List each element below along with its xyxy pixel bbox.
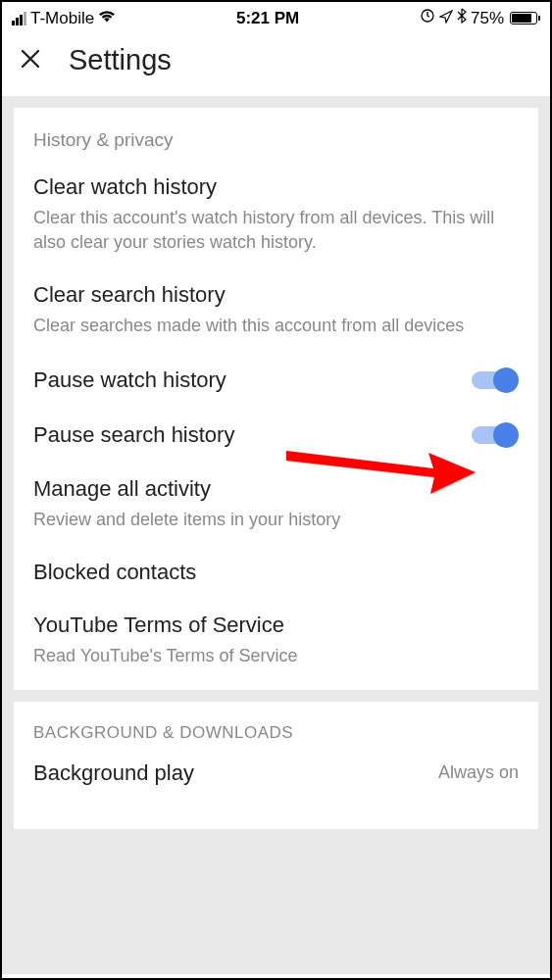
battery-icon <box>508 12 540 24</box>
background-play-item[interactable]: Background play Always on <box>33 760 519 786</box>
item-title: Clear search history <box>33 282 519 308</box>
pause-search-history-item: Pause search history <box>33 421 519 449</box>
orientation-lock-icon <box>420 8 435 28</box>
item-desc: Clear this account's watch history from … <box>33 206 519 255</box>
item-desc: Clear searches made with this account fr… <box>33 314 519 338</box>
clear-watch-history-item[interactable]: Clear watch history Clear this account's… <box>33 174 519 255</box>
blocked-contacts-item[interactable]: Blocked contacts <box>33 560 519 585</box>
pause-watch-history-toggle[interactable] <box>472 367 519 394</box>
bluetooth-icon <box>457 8 467 28</box>
item-title: Pause search history <box>33 422 234 448</box>
item-value: Always on <box>438 762 519 783</box>
status-right: 75% <box>420 8 540 28</box>
content-area: History & privacy Clear watch history Cl… <box>2 96 550 974</box>
status-time: 5:21 PM <box>236 9 299 28</box>
pause-search-history-toggle[interactable] <box>472 421 519 449</box>
header: Settings <box>2 30 550 96</box>
section-header-history: History & privacy <box>33 129 519 151</box>
pause-watch-history-item: Pause watch history <box>33 367 519 394</box>
item-title: Blocked contacts <box>33 560 519 585</box>
item-title: YouTube Terms of Service <box>33 612 519 638</box>
item-title: Manage all activity <box>33 476 519 502</box>
item-desc: Read YouTube's Terms of Service <box>33 644 519 668</box>
location-icon <box>439 9 453 28</box>
carrier-label: T-Mobile <box>30 9 94 28</box>
status-bar: T-Mobile 5:21 PM 75% <box>2 2 550 30</box>
close-icon[interactable] <box>20 48 41 74</box>
history-privacy-section: History & privacy Clear watch history Cl… <box>14 108 538 690</box>
status-left: T-Mobile <box>12 9 116 28</box>
wifi-icon <box>98 9 116 28</box>
item-desc: Review and delete items in your history <box>33 508 519 532</box>
page-title: Settings <box>69 44 172 76</box>
background-downloads-section: BACKGROUND & DOWNLOADS Background play A… <box>14 702 538 829</box>
section-header-background: BACKGROUND & DOWNLOADS <box>33 723 519 743</box>
item-title: Pause watch history <box>33 368 226 393</box>
youtube-terms-item[interactable]: YouTube Terms of Service Read YouTube's … <box>33 612 519 668</box>
battery-percent: 75% <box>471 9 504 28</box>
item-title: Background play <box>33 760 194 786</box>
signal-icon <box>12 12 26 25</box>
clear-search-history-item[interactable]: Clear search history Clear searches made… <box>33 282 519 338</box>
item-title: Clear watch history <box>33 174 519 200</box>
manage-all-activity-item[interactable]: Manage all activity Review and delete it… <box>33 476 519 532</box>
